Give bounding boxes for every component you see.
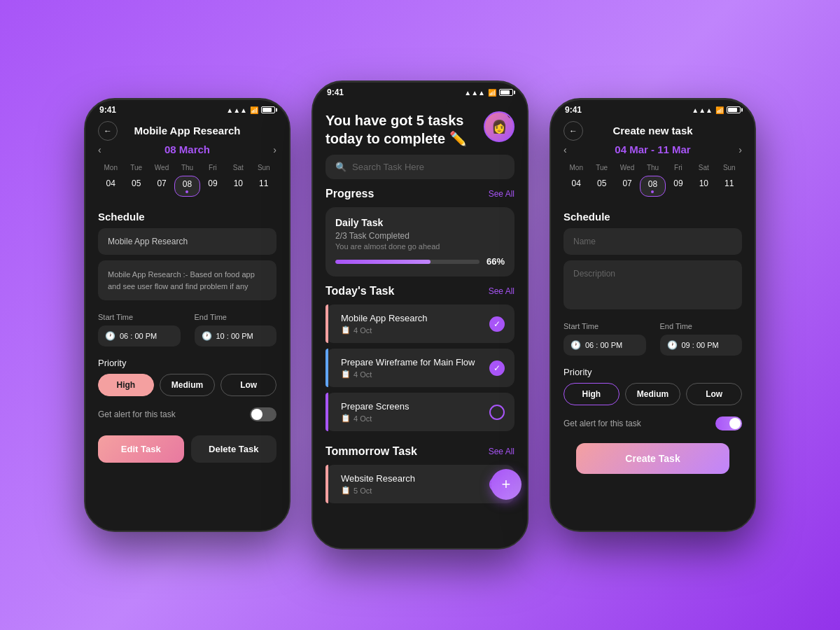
back-button-left[interactable]: ← xyxy=(98,121,118,141)
wifi-icon-left: 📶 xyxy=(250,106,258,114)
cal-day-09-right[interactable]: 09 xyxy=(666,176,691,197)
task-item-1[interactable]: Mobile App Research 📋 4 Oct ✓ xyxy=(326,304,514,343)
pencil-icon: ✏️ xyxy=(449,131,467,146)
end-time-input-left[interactable]: 🕐 10 : 00 PM xyxy=(195,326,277,346)
page-title-left: Mobile App Research xyxy=(134,125,241,136)
cal-days-left: 04 05 07 08 09 10 11 xyxy=(98,176,276,197)
alert-toggle-left[interactable] xyxy=(250,407,276,421)
priority-medium-right[interactable]: Medium xyxy=(625,383,681,405)
search-bar[interactable]: 🔍 Search Task Here xyxy=(326,155,514,179)
cal-prev-left[interactable]: ‹ xyxy=(98,144,102,155)
search-placeholder: Search Task Here xyxy=(352,162,424,172)
calendar-nav-right: ‹ 04 Mar - 11 Mar › xyxy=(564,144,742,155)
cal-day-05-left[interactable]: 05 xyxy=(123,176,148,197)
cal-month-left: 08 March xyxy=(164,144,210,155)
signal-icon-center: ▲▲▲ xyxy=(464,89,485,97)
fab-button[interactable]: + xyxy=(491,469,522,500)
nav-header-left: ← Mobile App Research xyxy=(85,118,289,144)
nav-header-right: ← Create new task xyxy=(551,118,755,144)
cal-day-04-left[interactable]: 04 xyxy=(98,176,123,197)
priority-section-right: Priority High Medium Low xyxy=(551,363,755,410)
task-item-3[interactable]: Prepare Screens 📋 4 Oct xyxy=(326,393,514,431)
create-btn-wrapper: Create Task xyxy=(551,438,755,479)
priority-medium-left[interactable]: Medium xyxy=(160,374,216,396)
priority-high-left[interactable]: High xyxy=(98,374,154,396)
task-check-1[interactable]: ✓ xyxy=(489,316,505,332)
cal-day-09-left[interactable]: 09 xyxy=(200,176,225,197)
page-title-right: Create new task xyxy=(612,125,692,136)
cal-day-08-left[interactable]: 08 xyxy=(174,176,200,197)
task-bar-2 xyxy=(326,349,328,387)
battery-icon-right xyxy=(727,106,741,113)
cal-days-header-left: Mon Tue Wed Thu Fri Sat Sun xyxy=(98,164,276,172)
clock-icon-start-right: 🕐 xyxy=(570,340,581,350)
task-check-3[interactable] xyxy=(489,405,505,420)
end-time-group-right: End Time 🕐 09 : 00 PM xyxy=(660,322,743,356)
start-time-input-left[interactable]: 🕐 06 : 00 PM xyxy=(98,326,181,346)
bottom-buttons-left: Edit Task Delete Task xyxy=(85,428,289,470)
search-icon: 🔍 xyxy=(335,162,346,172)
progress-card: Daily Task 2/3 Task Completed You are al… xyxy=(326,207,514,276)
priority-section-left: Priority High Medium Low xyxy=(85,354,289,400)
task-info-3: Prepare Screens 📋 4 Oct xyxy=(341,401,489,423)
priority-buttons-left: High Medium Low xyxy=(98,374,276,396)
cal-prev-right[interactable]: ‹ xyxy=(564,144,567,155)
back-button-right[interactable]: ← xyxy=(564,121,583,141)
progress-section: Progress See All Daily Task 2/3 Task Com… xyxy=(313,188,527,285)
greeting-row: You have got 5 taskstoday to complete ✏️… xyxy=(326,111,514,148)
cal-day-10-right[interactable]: 10 xyxy=(691,176,716,197)
time-section-left: Start Time 🕐 06 : 00 PM End Time 🕐 10 : … xyxy=(85,306,289,354)
desc-input-right[interactable]: Description xyxy=(564,260,742,309)
start-time-group-right: Start Time 🕐 06 : 00 PM xyxy=(564,322,646,356)
create-task-button[interactable]: Create Task xyxy=(576,443,729,474)
today-see-all[interactable]: See All xyxy=(489,286,514,296)
cal-day-10-left[interactable]: 10 xyxy=(225,176,251,197)
task-item-tomorrow-1[interactable]: Website Research 📋 5 Oct + xyxy=(326,465,514,503)
progress-see-all[interactable]: See All xyxy=(489,189,514,199)
end-time-input-right[interactable]: 🕐 09 : 00 PM xyxy=(660,335,743,356)
screen-center: You have got 5 taskstoday to complete ✏️… xyxy=(313,102,527,548)
greeting-section: You have got 5 taskstoday to complete ✏️… xyxy=(313,102,527,155)
name-input-right[interactable]: Name xyxy=(564,228,742,255)
edit-task-button[interactable]: Edit Task xyxy=(98,435,184,463)
cal-day-07-right[interactable]: 07 xyxy=(615,176,640,197)
priority-high-right[interactable]: High xyxy=(564,383,620,405)
progress-header: Progress See All xyxy=(326,188,514,200)
notch xyxy=(392,100,448,104)
priority-low-right[interactable]: Low xyxy=(686,383,742,405)
progress-bar-fill xyxy=(335,260,430,264)
start-time-group-left: Start Time 🕐 06 : 00 PM xyxy=(98,313,181,346)
cal-day-04-right[interactable]: 04 xyxy=(564,176,589,197)
screen-right: ← Create new task ‹ 04 Mar - 11 Mar › Mo… xyxy=(551,118,755,529)
today-tasks-section: Today's Task See All Mobile App Research… xyxy=(313,285,527,445)
task-name-card-left: Mobile App Research xyxy=(98,228,276,255)
priority-low-left[interactable]: Low xyxy=(220,374,276,396)
task-info-2: Prepare Wireframe for Main Flow 📋 4 Oct xyxy=(341,357,489,379)
cal-month-right: 04 Mar - 11 Mar xyxy=(615,144,690,155)
task-check-2[interactable]: ✓ xyxy=(489,360,505,376)
calendar-left: ‹ 08 March › Mon Tue Wed Thu Fri Sat Sun… xyxy=(85,144,289,204)
calendar-nav-left: ‹ 08 March › xyxy=(98,144,276,155)
today-tasks-header: Today's Task See All xyxy=(326,285,514,298)
left-phone: 9:41 ▲▲▲ 📶 ← Mobile App Research ‹ 08 Ma… xyxy=(84,98,290,532)
tomorrow-tasks-section: Tommorrow Task See All Website Research … xyxy=(313,445,527,517)
wifi-icon-center: 📶 xyxy=(488,89,496,97)
tomorrow-see-all[interactable]: See All xyxy=(489,447,514,456)
cal-next-left[interactable]: › xyxy=(273,144,276,155)
cal-day-08-right[interactable]: 08 xyxy=(640,176,665,197)
cal-day-11-right[interactable]: 11 xyxy=(717,176,742,197)
status-icons-left: ▲▲▲ 📶 xyxy=(226,106,275,114)
battery-icon-left xyxy=(261,106,275,113)
avatar[interactable]: 👩 xyxy=(484,111,514,142)
delete-task-button[interactable]: Delete Task xyxy=(191,435,277,463)
cal-day-05-right[interactable]: 05 xyxy=(589,176,614,197)
start-time-input-right[interactable]: 🕐 06 : 00 PM xyxy=(564,335,646,356)
signal-icon-right: ▲▲▲ xyxy=(692,106,713,114)
task-item-2[interactable]: Prepare Wireframe for Main Flow 📋 4 Oct … xyxy=(326,349,514,387)
cal-day-07-left[interactable]: 07 xyxy=(149,176,174,197)
signal-icon-left: ▲▲▲ xyxy=(226,106,247,114)
cal-next-right[interactable]: › xyxy=(738,144,742,155)
cal-day-11-left[interactable]: 11 xyxy=(251,176,276,197)
status-bar-right: 9:41 ▲▲▲ 📶 xyxy=(551,99,755,118)
alert-toggle-right[interactable] xyxy=(715,416,742,430)
